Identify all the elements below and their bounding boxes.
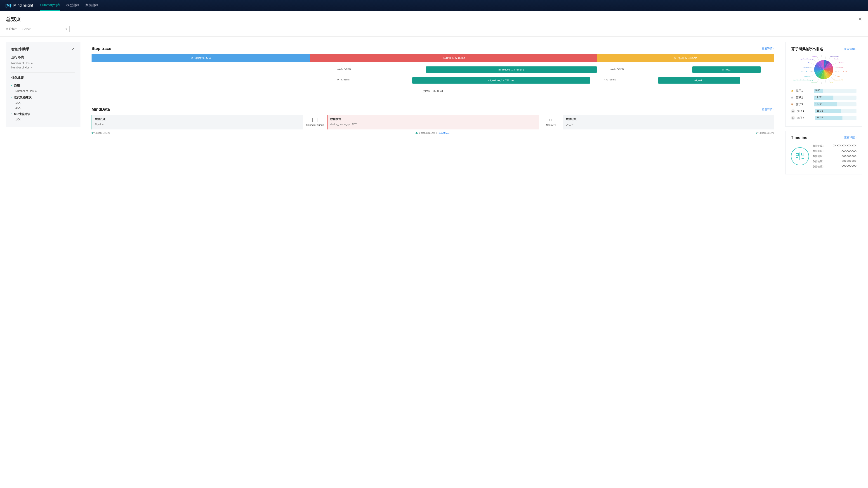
md-box-title: 数据发送 xyxy=(330,117,536,121)
rank-name: 算子3 xyxy=(796,103,812,106)
rank-row: 5算子516.32 xyxy=(791,115,857,121)
close-icon[interactable]: ✕ xyxy=(858,16,862,22)
timeline-title: Timeline xyxy=(791,135,807,140)
pie-label: LambNextMVWithDecay xyxy=(807,55,821,55)
allreduce-bar: all_reduce_1 3.7681ms xyxy=(426,66,597,73)
minddata-more-link[interactable]: 查看详情 xyxy=(762,107,774,111)
timeline-row: 数据响应：XXXXXXXXX xyxy=(813,149,857,154)
opt-item[interactable]: 2XX xyxy=(14,105,75,110)
md-meta: 35个step出现异常： 15/20/56... xyxy=(415,131,450,135)
rank-name: 算子5 xyxy=(797,116,813,120)
pie-label: Cast xyxy=(831,82,833,84)
step-seg-tail: 迭代拖尾 5.6395ms xyxy=(597,54,774,62)
timeline-list: 数据响应：XXXXXXXXXXXXXX数据响应：XXXXXXXXX数据响应：XX… xyxy=(813,143,857,169)
expand-icon[interactable]: ⤢ xyxy=(71,47,75,51)
assistant-panel: 智能小助手 ⤢ 运行环境 Number of Host 4 Number of … xyxy=(6,42,81,127)
step-total: 总时长：32.8041 xyxy=(92,87,774,93)
minddata-title: MindData xyxy=(92,107,110,112)
top-bar: [M]ⁱ MindInsight Summary列表 模型溯源 数据溯源 xyxy=(0,0,868,11)
timeline-panel: Timeline 查看详情 数据响应：XXXXXXXXXXXXXX数据响应：XX… xyxy=(785,131,862,174)
rank-badge: 5 xyxy=(791,116,795,120)
md-meta: 0个step出现异常 xyxy=(756,131,774,135)
pie-label: SquareSumV1 xyxy=(834,79,843,80)
md-box-title: 数据获取 xyxy=(566,117,772,121)
card-selector-row: 当前卡片 Select ▾ xyxy=(0,24,868,37)
rank-name: 算子2 xyxy=(796,96,812,100)
pie-label: RealDiv xyxy=(834,58,839,60)
pie-label: LambUpdateWithLR xyxy=(826,84,838,84)
md-meta: 0个step出现异常 xyxy=(92,131,110,135)
allreduce-bar: all_reduce_1 4.7681ms xyxy=(412,77,590,84)
step-bar: 迭代间隙 9.6564 FN&PB 17.5082ms 迭代拖尾 5.6395m… xyxy=(92,54,774,62)
svg-line-10 xyxy=(822,80,822,84)
rank-row: ✸算子15.45 xyxy=(791,88,857,94)
md-box-title: 数据处理 xyxy=(95,117,301,121)
pie-label: Mul xyxy=(808,62,811,64)
md-box-sub: get_next xyxy=(566,123,772,126)
tab-model-lineage[interactable]: 模型溯源 xyxy=(66,0,79,11)
timeline-row: 数据响应：XXXXXXXXXXXXXX xyxy=(813,143,857,149)
svg-line-6 xyxy=(833,74,837,76)
rank-row: ✸算子313.32 xyxy=(791,101,857,108)
pie-label: Assign xyxy=(817,84,822,84)
svg-line-16 xyxy=(810,63,814,65)
timeline-row: 数据响应：XXXXXXXXX xyxy=(813,159,857,164)
card-select[interactable]: Select ▾ xyxy=(20,26,70,32)
env-info: Number of Host 4 Number of Host 4 xyxy=(11,61,75,73)
nav-tabs: Summary列表 模型溯源 数据溯源 xyxy=(40,0,98,11)
step-trace-more-link[interactable]: 查看详情 xyxy=(762,47,774,51)
pie-label: ReduceSum xyxy=(802,71,809,72)
env-title: 运行环境 xyxy=(11,55,75,59)
queue-icon xyxy=(548,118,553,122)
gap-label: 7.77795ms xyxy=(603,78,616,81)
rank-row: 4算子415.32 xyxy=(791,108,857,115)
timeline-more-link[interactable]: 查看详情 xyxy=(844,136,857,140)
opt-item[interactable]: 1XX xyxy=(14,100,75,105)
card-select-placeholder: Select xyxy=(22,27,31,31)
svg-line-18 xyxy=(817,56,819,60)
step-trace-title: Step trace xyxy=(92,46,111,51)
timeline-row: 数据响应：XXXXXXXXX xyxy=(813,164,857,169)
rank-bar: 5.45 xyxy=(814,89,857,93)
timeline-row: 数据响应：XXXXXXXXX xyxy=(813,154,857,159)
tab-summary[interactable]: Summary列表 xyxy=(40,0,60,11)
opt-item[interactable]: Number of Host 4 xyxy=(14,89,75,94)
gap-label: 9.77795ms xyxy=(337,78,349,81)
svg-line-14 xyxy=(809,71,813,72)
rank-name: 算子1 xyxy=(796,89,812,93)
opt-group: 迭代轨迹建议 xyxy=(14,94,75,100)
step-trace-panel: Step trace 查看详情 迭代间隙 9.6564 FN&PB 17.508… xyxy=(86,42,780,98)
allreduce-bar: all_red... xyxy=(692,66,761,73)
svg-line-2 xyxy=(831,59,834,62)
medal-icon: ✸ xyxy=(791,103,794,106)
env-line: Number of Host 4 xyxy=(11,61,75,66)
md-anomaly-link[interactable]: 15/20/56... xyxy=(438,131,450,134)
svg-line-8 xyxy=(829,79,831,83)
opt-group: 通用 xyxy=(14,82,75,89)
pie-label: TransData xyxy=(803,66,809,68)
allreduce-bar: all_red... xyxy=(658,77,740,84)
svg-line-11 xyxy=(817,79,819,83)
step-seg-gap: 迭代间隙 9.6564 xyxy=(92,54,310,62)
tab-data-lineage[interactable]: 数据溯源 xyxy=(86,0,98,11)
pie-label: GeluGrad xyxy=(811,82,817,84)
medal-icon: ✸ xyxy=(791,96,794,99)
opt-item[interactable]: 1XX xyxy=(14,117,75,122)
pie-label: LayerNormBetaGammaBackprop xyxy=(793,79,813,80)
chevron-down-icon: ▾ xyxy=(66,27,67,31)
rank-name: 算子4 xyxy=(797,109,813,113)
app-logo: [M]ⁱ MindInsight xyxy=(5,3,33,8)
trace-lane-2: 9.77795ms all_reduce_1 4.7681ms 7.77795m… xyxy=(92,76,774,85)
minddata-panel: MindData 查看详情 数据处理 Pipeline Conector que… xyxy=(86,103,780,140)
svg-line-3 xyxy=(833,63,837,65)
gap-label: 10.77795ms xyxy=(337,67,351,70)
gap-label: 10.77795ms xyxy=(610,67,624,70)
page-title: 总览页 xyxy=(6,16,21,23)
connector-dataqueue: 数据队列 xyxy=(540,118,561,127)
page-header: 总览页 ✕ xyxy=(0,11,868,24)
opstats-more-link[interactable]: 查看详情 xyxy=(844,47,857,51)
md-box-fetch: 数据获取 get_next xyxy=(563,115,774,129)
rank-bar: 16.32 xyxy=(815,116,857,120)
svg-line-4 xyxy=(834,67,838,68)
md-box-sub: device_queue_op | TDT xyxy=(330,123,536,126)
